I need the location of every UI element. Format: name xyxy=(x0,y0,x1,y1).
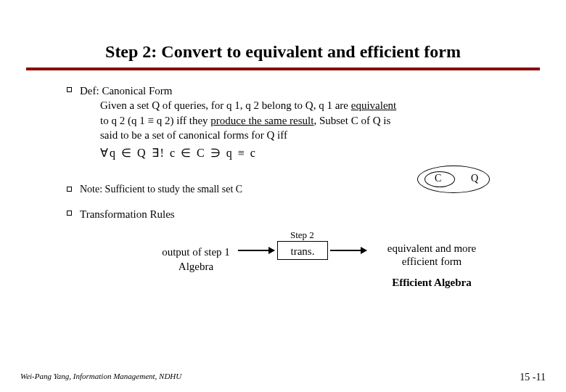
bullet-icon xyxy=(67,211,72,216)
bullet-icon xyxy=(67,87,72,92)
footer-author: Wei-Pang Yang, Information Management, N… xyxy=(20,372,181,383)
arrow-icon xyxy=(330,250,366,251)
trans-box: trans. xyxy=(277,241,328,260)
text: Note: Sufficient to study the small set … xyxy=(80,184,242,195)
label-q: Q xyxy=(471,173,478,184)
formula: ∀q ∈ Q ∃! c ∈ C ∋ q ≡ c xyxy=(100,145,504,160)
equiv-symbol: ≡ xyxy=(147,115,153,126)
flow-output: output of step 1 Algebra xyxy=(156,245,236,274)
text: said to be a set of canonical forms for … xyxy=(100,129,287,141)
text: Given a set Q of queries, for q 1, q 2 b… xyxy=(100,99,351,111)
bullet-transformation-rules: Transformation Rules xyxy=(80,207,504,221)
footer: Wei-Pang Yang, Information Management, N… xyxy=(20,372,546,383)
flow-equivalent: equivalent and more efficient form xyxy=(370,242,493,268)
bullet-heading: Def: Canonical Form xyxy=(80,85,172,97)
text: equivalent and more xyxy=(387,242,476,254)
bullet-body: Given a set Q of queries, for q 1, q 2 b… xyxy=(80,98,504,142)
slide-title: Step 2: Convert to equivalent and effici… xyxy=(0,0,566,68)
flow-diagram: Step 2 output of step 1 Algebra trans. e… xyxy=(80,229,504,279)
slide: Step 2: Convert to equivalent and effici… xyxy=(0,0,566,392)
bullet-canonical-form: Def: Canonical Form Given a set Q of que… xyxy=(80,83,504,160)
text: q 2) iff they xyxy=(154,115,210,126)
label-c: C xyxy=(435,173,441,184)
text-underline: produce the same result xyxy=(210,115,313,126)
text-underline: equivalent xyxy=(351,99,396,111)
text: , Subset C of Q is xyxy=(313,115,390,126)
set-diagram: C Q xyxy=(417,166,490,195)
step2-label: Step 2 xyxy=(290,229,314,242)
text: Transformation Rules xyxy=(80,208,175,220)
text: Algebra xyxy=(179,261,213,272)
arrow-icon xyxy=(238,250,274,251)
efficient-algebra-label: Efficient Algebra xyxy=(370,275,493,290)
text: output of step 1 xyxy=(162,246,230,258)
text: efficient form xyxy=(402,256,462,267)
text: to q 2 (q 1 xyxy=(100,115,147,126)
bullet-icon xyxy=(67,187,72,192)
page-number: 15 -11 xyxy=(520,372,546,383)
